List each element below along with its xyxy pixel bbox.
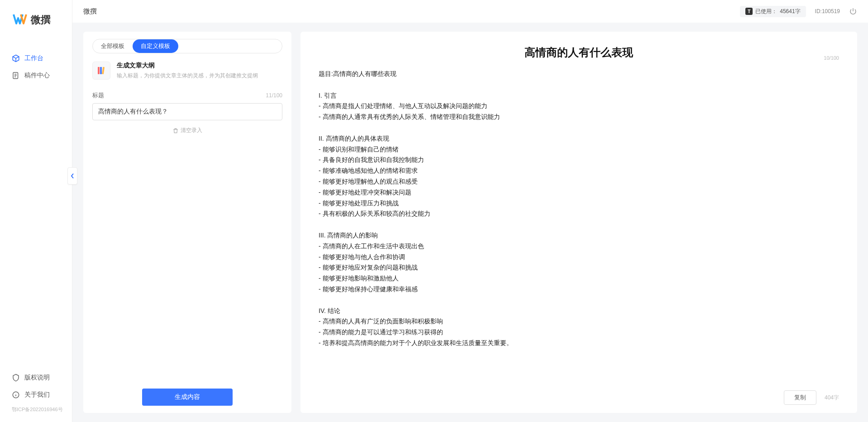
nav-item-workbench[interactable]: 工作台 [0,50,72,67]
title-label: 标题 [92,91,104,100]
content: 全部模板 自定义模板 生成文章大纲 输入标题，为你提供文章主体的灵感，并为其创建… [72,23,868,422]
clear-input-button[interactable]: 清空录入 [92,127,282,134]
copy-button[interactable]: 复制 [784,390,816,405]
topbar: 微撰 T 已使用： 45641字 ID:100519 [72,0,868,23]
tab-all-templates[interactable]: 全部模板 [93,39,133,53]
nav: 工作台 稿件中心 [0,36,72,369]
user-id: ID:100519 [815,8,840,14]
title-input[interactable] [92,103,282,120]
doc-body[interactable]: 题目:高情商的人有哪些表现 I. 引言 - 高情商是指人们处理情绪、与他人互动以… [300,62,857,384]
word-count: 404字 [825,394,839,402]
text-icon: T [745,8,753,15]
doc-title-row: 高情商的人有什么表现 10/100 [300,39,857,62]
usage-value: 45641字 [780,8,800,15]
books-icon [92,62,110,80]
right-footer: 复制 404字 [300,384,857,413]
footer-item-about[interactable]: 关于我们 [0,386,72,403]
title-field-header: 标题 11/100 [92,91,282,100]
usage-label: 已使用： [755,8,777,15]
right-panel: 高情商的人有什么表现 10/100 题目:高情商的人有哪些表现 I. 引言 - … [300,32,857,413]
sidebar: 微撰 工作台 稿件中心 [0,0,72,422]
svg-rect-5 [100,67,102,74]
tab-custom-templates[interactable]: 自定义模板 [133,39,178,53]
svg-rect-4 [98,67,100,74]
document-icon [12,71,20,80]
title-counter: 11/100 [266,92,282,99]
power-button[interactable] [849,7,857,15]
sidebar-footer: 版权说明 关于我们 鄂ICP备2022016946号 [0,369,72,422]
logo-text: 微撰 [31,13,51,27]
generate-button[interactable]: 生成内容 [142,389,233,406]
shield-icon [12,374,20,382]
chevron-left-icon [70,173,75,179]
footer-item-copyright[interactable]: 版权说明 [0,369,72,386]
usage-pill[interactable]: T 已使用： 45641字 [740,6,806,17]
template-title: 生成文章大纲 [117,62,258,70]
doc-title[interactable]: 高情商的人有什么表现 [319,45,839,60]
clear-label: 清空录入 [181,127,202,134]
page-title: 微撰 [83,7,97,16]
logo-icon [13,13,27,27]
sidebar-collapse-button[interactable] [67,167,77,185]
icp-text: 鄂ICP备2022016946号 [0,403,72,417]
info-icon [12,391,20,399]
template-desc: 输入标题，为你提供文章主体的灵感，并为其创建推文提纲 [117,71,258,80]
template-info-card: 生成文章大纲 输入标题，为你提供文章主体的灵感，并为其创建推文提纲 [92,62,282,80]
footer-item-label: 关于我们 [24,391,50,399]
nav-item-drafts[interactable]: 稿件中心 [0,67,72,84]
trash-icon [172,128,179,134]
nav-item-label: 稿件中心 [24,71,50,80]
left-panel: 全部模板 自定义模板 生成文章大纲 输入标题，为你提供文章主体的灵感，并为其创建… [83,32,291,413]
svg-rect-6 [102,67,105,74]
cube-icon [12,54,20,62]
template-tabs: 全部模板 自定义模板 [92,39,282,53]
doc-title-counter: 10/100 [824,55,839,61]
nav-item-label: 工作台 [24,54,43,62]
footer-item-label: 版权说明 [24,374,50,382]
main: 微撰 T 已使用： 45641字 ID:100519 全部模板 [72,0,868,422]
logo: 微撰 [0,0,72,36]
topbar-right: T 已使用： 45641字 ID:100519 [740,6,857,17]
